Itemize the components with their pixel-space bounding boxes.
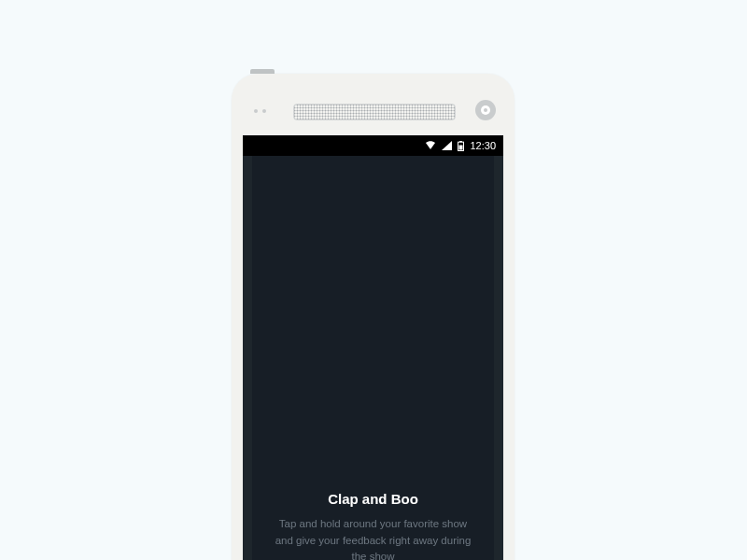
wifi-icon xyxy=(425,141,436,150)
status-time: 12:30 xyxy=(470,140,496,151)
svg-rect-2 xyxy=(459,145,463,149)
power-button xyxy=(250,69,275,74)
app-screen: Clap and Boo Tap and hold around your fa… xyxy=(252,156,494,560)
phone-top-bar xyxy=(232,98,514,126)
phone-frame: 12:30 Clap and Boo Tap and hold around y… xyxy=(232,74,514,560)
speaker-grille xyxy=(293,104,456,120)
onboarding-title: Clap and Boo xyxy=(328,491,418,507)
onboarding-subtitle: Tap and hold around your favorite show a… xyxy=(271,516,475,560)
sensor-dots xyxy=(254,109,266,113)
front-camera xyxy=(475,100,496,120)
status-bar: 12:30 xyxy=(243,135,503,156)
onboarding-content[interactable]: Clap and Boo Tap and hold around your fa… xyxy=(252,156,494,560)
battery-icon xyxy=(458,141,464,151)
screen-bezel: 12:30 Clap and Boo Tap and hold around y… xyxy=(243,135,503,560)
signal-icon xyxy=(442,141,452,150)
